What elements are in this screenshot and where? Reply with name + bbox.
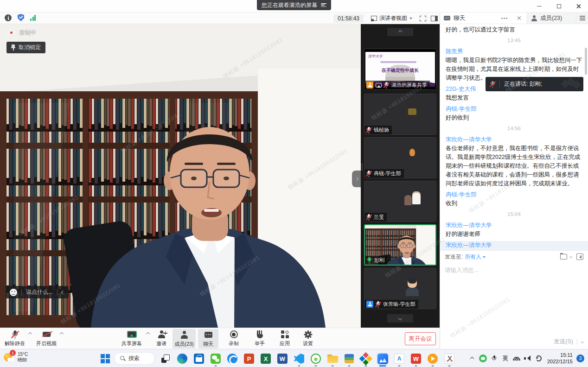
fullscreen-button[interactable] [420,16,426,21]
apps-button[interactable]: 应用 [275,330,295,347]
chat-more-icon[interactable] [501,18,508,19]
messenger-icon [479,354,487,362]
camera-options-chevron[interactable] [60,332,64,336]
task-view-button[interactable] [160,353,172,365]
mic-options-chevron[interactable] [28,332,32,336]
record-button[interactable]: 录制 [224,330,244,347]
announcement-icon[interactable] [576,253,583,260]
taskbar-search[interactable]: 搜索 [114,352,155,365]
tray-messenger[interactable] [478,349,489,367]
video-collapse-handle[interactable] [352,171,361,187]
tile-screenshare[interactable]: 清华大学 在不确定性中成长 潞浩的屏幕共享 [364,49,436,90]
tray-mic[interactable] [489,349,500,367]
send-to-select[interactable]: 所有人 [465,253,486,261]
meeting-app-button[interactable] [377,353,389,365]
raise-hand-button[interactable]: 举手 [249,330,270,347]
weather-widget[interactable]: 1 15°C晴朗 [3,351,28,363]
strip-scroll-up[interactable] [387,28,413,36]
tile-participant[interactable]: 兰旻 [364,181,436,222]
browser-button[interactable] [226,353,238,365]
members-icon [180,331,188,339]
tile-participant[interactable]: 钱桢扬 [364,94,436,135]
dictionary-button[interactable]: A [393,353,405,365]
share-banner[interactable]: 您正在观看潞浩的屏幕 [257,0,331,10]
dictionary-icon: A [394,354,404,364]
powerpoint-icon: P [244,354,254,364]
chat-message: 陈竞男 [446,47,582,56]
speaking-indicator: 正在讲话: 彭刚; [486,77,583,91]
collapse-left-icon[interactable] [61,290,65,294]
start-video-button[interactable]: 开启视频 [34,330,58,347]
video-app-button[interactable] [427,353,439,365]
ime-indicator[interactable]: 英 [500,349,511,367]
excel-button[interactable]: X [260,353,272,365]
chat-message: 我想发言 [446,94,582,102]
minimize-icon [537,6,542,7]
unmute-button[interactable]: 解除静音 [3,330,27,347]
strip-resize-handle[interactable] [361,163,363,171]
tray-expand-button[interactable] [467,349,478,367]
archiver-button[interactable] [343,353,355,365]
quick-reaction-bar[interactable]: 说点什么... [6,286,69,298]
wps-button[interactable]: W [410,353,422,365]
chat-message: 各位老师好，不好意思，我在图书馆，不是很方便说话。我是新闻学院2022级博士生生… [446,144,582,188]
edge-button[interactable] [176,353,188,365]
share-options-chevron[interactable] [146,332,150,336]
tray-sync[interactable] [533,349,544,367]
chat-scrollbar[interactable] [585,48,587,75]
view-mode-button[interactable]: 演讲者视图 [368,13,415,23]
wechat-button[interactable] [210,353,222,365]
minimize-button[interactable] [530,0,549,13]
ie-button[interactable]: e [310,353,322,365]
photos-button[interactable] [360,353,372,365]
tray-wifi[interactable] [511,349,522,367]
maximize-button[interactable] [549,0,569,13]
store-button[interactable] [193,353,205,365]
tile-active-speaker[interactable]: 彭刚 [364,224,436,266]
chat-messages[interactable]: 好的，也可以通过文字留言13:45陈竞男嗯嗯，我是日新书院2字班的陈竞男，我比较… [440,24,588,250]
settings-button[interactable]: 设置 [298,330,318,347]
word-button[interactable]: W [276,353,288,365]
notification-badge[interactable]: 3 [576,354,584,362]
tile-participant[interactable]: 张芳瑜-学生部 [364,268,436,309]
strip-scroll-down[interactable] [387,314,413,323]
file-icon[interactable] [560,254,567,259]
leave-meeting-button[interactable]: 离开会议 [405,332,436,345]
invite-button[interactable]: 邀请 [151,330,172,347]
explorer-button[interactable] [326,353,339,365]
security-shield-icon[interactable] [18,14,24,21]
powerpoint-button[interactable]: P [243,353,255,365]
muted-mic-icon [376,301,381,308]
speaker-video[interactable]: 录制中 取消锁定 说点什么... [0,24,361,328]
sync-icon [536,355,542,361]
tile-participant[interactable]: 冉锐-学生部 [364,137,436,178]
emoji-icon[interactable] [10,289,17,296]
share-menu-icon[interactable] [321,3,326,7]
share-screen-button[interactable]: 共享屏幕 [120,330,144,347]
panel-menu-icon[interactable] [576,13,588,24]
say-something-placeholder[interactable]: 说点什么... [26,288,53,296]
chat-message: 好的谢谢老师 [446,230,582,239]
panel-toggle-button[interactable] [431,16,438,21]
chat-panel: 聊天 成员(23) 好的，也可以通过文字留言13:45陈竞男嗯嗯，我是日新书院2… [440,13,588,349]
chevron-down-icon[interactable] [569,255,572,258]
chat-header: 聊天 成员(23) [440,13,588,24]
members-button[interactable]: 成员(23) [173,329,196,348]
active-mic-icon [367,257,372,264]
tab-members[interactable]: 成员(23) [527,13,576,24]
network-signal-icon[interactable] [30,15,36,21]
tab-chat[interactable]: 聊天 [440,13,527,24]
start-button[interactable] [99,353,111,365]
snip-button[interactable] [443,353,455,365]
vscode-button[interactable] [293,353,305,365]
send-button[interactable]: 发送(S) [554,338,583,346]
unpin-button[interactable]: 取消锁定 [6,42,45,53]
chat-input[interactable] [440,263,588,328]
tray-volume[interactable] [522,349,533,367]
close-button[interactable] [569,0,588,13]
taskbar-clock[interactable]: 15:11 2022/12/15 [547,352,573,365]
chat-button[interactable]: 聊天 [198,329,218,348]
chat-close-icon[interactable] [517,16,521,20]
meeting-info-icon[interactable] [5,14,12,21]
share-banner-text: 您正在观看潞浩的屏幕 [262,1,317,9]
